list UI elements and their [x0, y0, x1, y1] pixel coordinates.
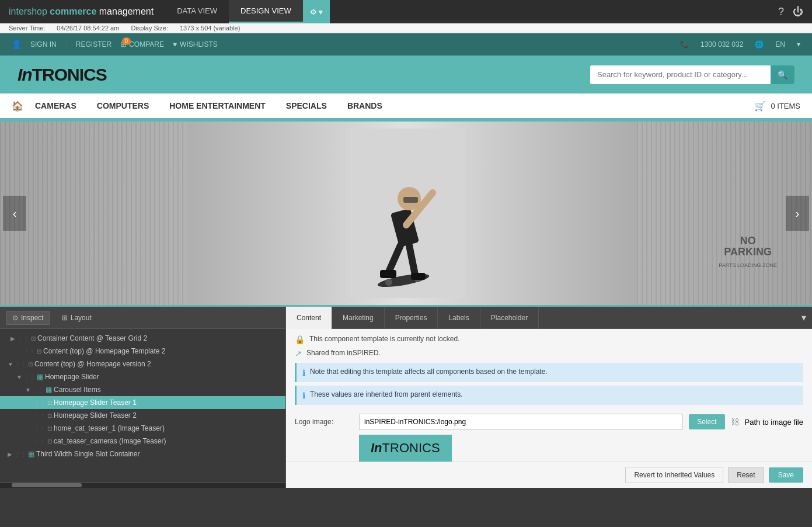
search-button[interactable]: 🔍 [771, 65, 794, 84]
nav-gear[interactable]: ⚙ ▾ [303, 0, 330, 23]
svg-rect-6 [403, 197, 418, 203]
tree-item-8[interactable]: ⋮⋮ ⊡ cat_teaser_cameras (Image Teaser) [0, 435, 285, 448]
tree-content: ▶ ⋮⋮ ⊡ Container Content @ Teaser Grid 2… [0, 329, 285, 482]
nav-specials[interactable]: SPECIALS [277, 93, 336, 119]
tree-node-icon-1: ⊡ [37, 348, 41, 355]
nav-design-view[interactable]: DESIGN VIEW [229, 0, 303, 23]
panel-dropdown-arrow[interactable]: ▾ [796, 312, 812, 323]
lock-info-row: 🔒 This component template is currently n… [295, 335, 803, 344]
nav-brands[interactable]: BRANDS [339, 93, 391, 119]
share-icon: ↗ [295, 349, 302, 358]
tab-content[interactable]: Content [286, 307, 332, 329]
cart-area[interactable]: 🛒 0 ITEMS [754, 100, 800, 112]
logo-image-input[interactable] [359, 414, 683, 430]
home-icon[interactable]: 🏠 [12, 100, 23, 112]
sign-in-link[interactable]: SIGN IN [30, 40, 57, 48]
inspect-label: Inspect [21, 314, 44, 322]
lock-text: This component template is currently not… [309, 335, 459, 343]
wishlists-label: WISHLISTS [180, 40, 218, 48]
tree-folder-icon-4: ▦ [46, 386, 52, 394]
tree-item-6[interactable]: ⋮⋮ ⊡ Homepage Slider Teaser 2 [0, 409, 285, 422]
svg-rect-11 [411, 273, 426, 280]
skater-image [348, 129, 465, 298]
hero-next-button[interactable]: › [786, 196, 809, 231]
content-tabs-left: Content Marketing Properties Labels Plac… [286, 307, 539, 329]
hero-prev-button[interactable]: ‹ [3, 196, 26, 231]
server-time-value: 04/26/17 08:54:22 am [57, 25, 119, 32]
nav-data-view[interactable]: DATA VIEW [165, 0, 229, 23]
tree-toggle-0: ▶ [11, 335, 16, 342]
top-bar-right: ? ⏻ [778, 6, 803, 18]
search-bar: 🔍 [590, 65, 794, 84]
store-nav: 🏠 CAMERAS COMPUTERS HOME ENTERTAINMENT S… [0, 93, 812, 120]
content-tabs: Content Marketing Properties Labels Plac… [286, 307, 812, 329]
tab-placeholder[interactable]: Placeholder [480, 307, 539, 329]
power-icon[interactable]: ⏻ [793, 6, 803, 18]
display-size-value: 1373 x 504 (variable) [180, 25, 240, 32]
tree-item-label-6: Homepage Slider Teaser 2 [54, 411, 137, 419]
share-info-row: ↗ Shared from inSPIRED. [295, 349, 803, 358]
tab-marketing[interactable]: Marketing [332, 307, 385, 329]
search-input[interactable] [590, 65, 771, 84]
tree-item-5[interactable]: ⋮⋮ ⊡ Homepage Slider Teaser 1 [0, 396, 285, 409]
tree-item-label-9: Third Width Single Slot Container [36, 450, 140, 458]
tree-item-label-0: Container Content @ Teaser Grid 2 [37, 334, 147, 342]
tree-item-2[interactable]: ▼ ⋮⋮ ⊡ Content (top) @ Homepage version … [0, 358, 285, 370]
store-header: InTRONICS 🔍 [0, 56, 812, 93]
save-button[interactable]: Save [769, 467, 803, 483]
tree-item-3[interactable]: ▼ ⋮⋮ ▦ Homepage Slider [0, 370, 285, 383]
language-chevron: ▾ [797, 40, 800, 48]
display-size-label: Display Size: [131, 25, 168, 32]
cart-label: 0 ITEMS [771, 102, 800, 110]
tab-properties[interactable]: Properties [385, 307, 438, 329]
compare-button[interactable]: ⊞ 0 COMPARE [120, 40, 164, 48]
inspect-circle-icon: ⊙ [12, 314, 18, 322]
tree-item-4[interactable]: ▼ ⋮⋮ ▦ Carousel Items [0, 383, 285, 396]
server-time-label: Server Time: [9, 25, 45, 32]
content-body: 🔒 This component template is currently n… [286, 329, 812, 462]
tree-item-label-5: Homepage Slider Teaser 1 [54, 398, 137, 407]
store-topbar-right: 📞 1300 032 032 🌐 EN ▾ [680, 40, 800, 48]
tree-item-label-1: Content (top) @ Homepage Template 2 [43, 347, 165, 355]
layout-label: Layout [71, 314, 92, 322]
hero-area: NOPARKINGPARTS LOADING ZONE ‹ › [0, 120, 812, 307]
help-icon[interactable]: ? [778, 6, 784, 18]
nav-cameras[interactable]: CAMERAS [26, 93, 85, 119]
wishlists-button[interactable]: ♥ WISHLISTS [173, 40, 218, 48]
compare-label: COMPARE [129, 40, 164, 48]
cart-icon: 🛒 [754, 100, 766, 112]
logo-image-row: Logo image: Select ⛓ Path to image file [295, 414, 803, 430]
revert-button[interactable]: Revert to Inherited Values [625, 467, 723, 483]
bottom-panel: ⊙ Inspect ⊞ Layout ▶ ⋮⋮ ⊡ Container Cont… [0, 307, 812, 488]
tree-toggle-3: ▼ [16, 374, 22, 380]
tree-item-label-2: Content (top) @ Homepage version 2 [34, 360, 151, 368]
register-link[interactable]: REGISTER [76, 40, 111, 48]
info-icon-2: ℹ [302, 391, 305, 400]
tree-hscroll-thumb [12, 483, 82, 487]
tree-item-7[interactable]: ⋮⋮ ⊡ home_cat_teaser_1 (Image Teaser) [0, 422, 285, 435]
nav-computers[interactable]: COMPUTERS [88, 93, 158, 119]
select-button[interactable]: Select [689, 414, 724, 429]
svg-point-2 [385, 279, 392, 286]
reset-button[interactable]: Reset [728, 467, 764, 483]
tree-item-1[interactable]: ⋮⋮ ⊡ Content (top) @ Homepage Template 2 [0, 345, 285, 358]
info-bar: Server Time: 04/26/17 08:54:22 am Displa… [0, 23, 812, 33]
tree-panel: ⊙ Inspect ⊞ Layout ▶ ⋮⋮ ⊡ Container Cont… [0, 307, 286, 488]
inspect-button[interactable]: ⊙ Inspect [6, 311, 50, 325]
top-nav: DATA VIEW DESIGN VIEW ⚙ ▾ [165, 0, 330, 23]
tab-labels[interactable]: Labels [438, 307, 480, 329]
phone-icon: 📞 [680, 40, 689, 48]
tree-hscroll[interactable] [0, 482, 285, 488]
tree-node-icon-6: ⊡ [47, 412, 52, 419]
language-selector[interactable]: EN [775, 40, 785, 48]
tree-item-9[interactable]: ▶ ⋮⋮ ▦ Third Width Single Slot Container [0, 448, 285, 460]
tree-node-icon-0: ⊡ [31, 335, 36, 342]
tree-toggle-2: ▼ [8, 361, 13, 367]
tree-item-0[interactable]: ▶ ⋮⋮ ⊡ Container Content @ Teaser Grid 2 [0, 332, 285, 345]
brand-logo: intershop commerce management [9, 6, 154, 17]
layout-button[interactable]: ⊞ Layout [56, 311, 97, 324]
nav-home-entertainment[interactable]: HOME ENTERTAINMENT [161, 93, 274, 119]
hero-overlay-left [0, 122, 187, 305]
lock-icon: 🔒 [295, 335, 305, 344]
top-bar: intershop commerce management DATA VIEW … [0, 0, 812, 23]
